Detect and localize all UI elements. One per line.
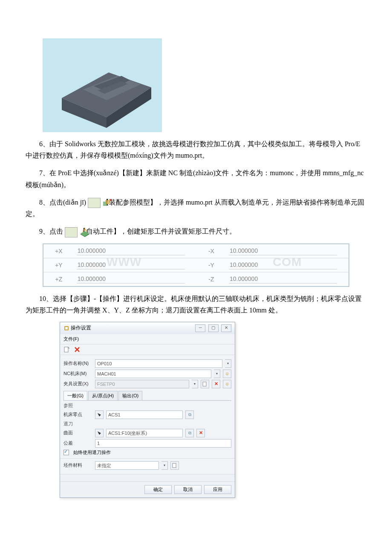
stock-material-field[interactable]: 未指定 (95, 461, 159, 470)
paragraph-8: 8、点击(diǎn jī) 【装配参照模型】，并选择 mumo.prt 从而载入… (26, 197, 366, 220)
operation-settings-dialog: 操作设置 ─ ▢ ✕ 文件(F) 操作名称(N) OP010 ▾ NC机床(M)… (60, 322, 235, 498)
svg-rect-16 (203, 382, 206, 386)
svg-rect-13 (65, 327, 68, 330)
coord-table: +X 10.000000 -X 10.000000 +Y 10.000000 -… (43, 243, 349, 287)
paragraph-8-text-a: 8、点击(diǎn jī) (39, 199, 86, 206)
label-plus-z: +Z (43, 272, 74, 286)
svg-rect-7 (105, 200, 110, 204)
paragraph-6: 6、由于 Solidworks 无数控加工模块，故挑选母模进行数控加工仿真，其中… (26, 138, 366, 161)
dialog-menu-bar: 文件(F) (60, 334, 235, 344)
surface-label: 曲面 (63, 430, 92, 436)
nc-machine-dropdown[interactable]: ▾ (214, 370, 220, 378)
dialog-toolbar (60, 344, 235, 355)
surface-link-icon[interactable]: ⧉ (185, 429, 194, 437)
always-retract-label: 始终使用退刀操作 (73, 449, 111, 456)
surface-field[interactable]: ACS1:F10(坐标系) (106, 429, 183, 437)
label-plus-x: +X (43, 244, 74, 258)
dialog-status-bar (60, 474, 235, 481)
value-plus-z[interactable]: 10.000000 (77, 275, 185, 283)
surface-clear-button[interactable]: ✕ (196, 429, 205, 437)
op-name-dropdown[interactable]: ▾ (225, 359, 231, 368)
tab-output[interactable]: 输出(O) (118, 391, 142, 400)
stock-material-new-button[interactable] (170, 461, 179, 470)
op-name-label: 操作名称(N) (63, 360, 92, 367)
zero-link-icon[interactable]: ⧉ (185, 410, 194, 419)
tolerance-field[interactable]: 1 (95, 439, 231, 448)
stock-material-dropdown[interactable]: ▾ (161, 461, 168, 470)
label-minus-x: -X (196, 244, 226, 258)
auto-workpiece-icon (65, 227, 78, 237)
maximize-button[interactable]: ▢ (208, 324, 219, 332)
nc-machine-field[interactable]: MACH01 (95, 370, 211, 378)
document-page: 6、由于 Solidworks 无数控加工模块，故挑选母模进行数控加工仿真，其中… (0, 0, 392, 523)
paragraph-10: 10、选择【步骤】-【操作】进行机床设定。机床使用默认的三轴联动机床，机床类型为… (26, 293, 366, 316)
apply-button[interactable]: 应用 (204, 485, 231, 494)
value-minus-y[interactable]: 10.000000 (229, 260, 337, 269)
fixture-field[interactable]: FSETP0 (95, 380, 189, 388)
nc-machine-config-button[interactable]: ⛭ (223, 370, 231, 378)
tab-from-origin[interactable]: 从/原点(H) (88, 391, 118, 400)
value-minus-z[interactable]: 10.000000 (229, 275, 337, 283)
always-retract-checkbox[interactable] (63, 450, 69, 455)
stock-material-label: 坯件材料 (63, 462, 92, 468)
zero-picker-button[interactable] (95, 410, 104, 419)
label-plus-y: +Y (43, 258, 74, 272)
dialog-title-text: 操作设置 (71, 325, 91, 331)
fixture-new-button[interactable] (201, 380, 209, 388)
paragraph-9: 9、点击 【自动工件】，创建矩形工件并设置矩形工件尺寸。 (26, 225, 366, 237)
minimize-button[interactable]: ─ (195, 324, 205, 332)
cancel-button[interactable]: 取消 (174, 485, 202, 494)
file-menu[interactable]: 文件(F) (63, 336, 79, 341)
paragraph-9-text-b: 【自动工件】，创建矩形工件并设置矩形工件尺寸。 (79, 228, 236, 235)
svg-marker-15 (68, 347, 69, 348)
dialog-body: 操作名称(N) OP010 ▾ NC机床(M) MACH01 ▾ ⛭ 夹具设置(… (60, 355, 235, 474)
new-icon[interactable] (63, 346, 70, 353)
assemble-ref-model-icon (88, 198, 101, 208)
value-plus-x[interactable]: 10.000000 (77, 246, 185, 255)
tab-general[interactable]: 一般(G) (63, 391, 87, 400)
svg-marker-9 (81, 231, 89, 236)
nc-machine-label: NC机床(M) (63, 370, 92, 377)
label-minus-y: -Y (196, 258, 226, 272)
svg-rect-17 (173, 463, 176, 468)
svg-rect-14 (64, 347, 68, 352)
op-name-field[interactable]: OP010 (95, 359, 222, 368)
ok-button[interactable]: 确定 (144, 485, 172, 494)
dialog-titlebar[interactable]: 操作设置 ─ ▢ ✕ (60, 322, 235, 334)
svg-point-8 (110, 199, 111, 201)
machine-zero-field[interactable]: ACS1 (106, 410, 183, 419)
group-ref-label: 参照 (63, 402, 231, 409)
fixture-label: 夹具设置(X) (63, 381, 92, 387)
mold-render-image (43, 38, 162, 132)
close-button[interactable]: ✕ (221, 324, 231, 332)
machine-zero-label: 机床零点 (63, 411, 92, 418)
fixture-delete-button[interactable]: ✕ (212, 380, 220, 388)
fixture-dropdown[interactable]: ▾ (192, 380, 198, 388)
paragraph-7: 7、在 ProE 中选择(xuǎnzé)【新建】来新建 NC 制造(zhìzào… (26, 167, 366, 190)
group-retract-label: 退刀 (63, 421, 231, 427)
value-minus-x[interactable]: 10.000000 (229, 246, 337, 255)
fixture-config-button[interactable]: ⛭ (223, 380, 231, 388)
delete-icon[interactable] (74, 346, 81, 353)
paragraph-9-text-a: 9、点击 (39, 228, 63, 235)
coord-table-wrap: +X 10.000000 -X 10.000000 +Y 10.000000 -… (26, 243, 366, 287)
tolerance-label: 公差 (63, 440, 92, 446)
surface-picker-button[interactable] (95, 429, 104, 437)
label-minus-z: -Z (196, 272, 226, 286)
value-plus-y[interactable]: 10.000000 (77, 260, 185, 269)
